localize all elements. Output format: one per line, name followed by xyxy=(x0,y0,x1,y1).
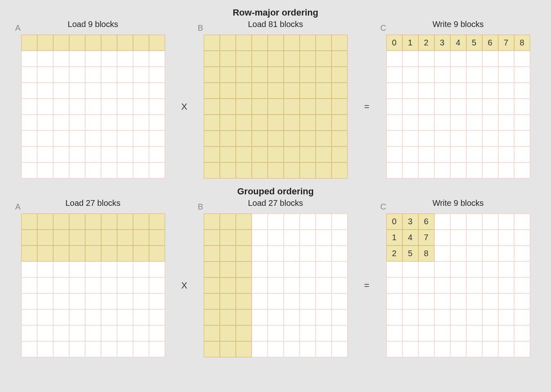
panel-row-major-b: B Load 81 blocks xyxy=(198,20,353,179)
grid-cell xyxy=(101,131,117,146)
grid-cell xyxy=(300,67,316,83)
grid-cell xyxy=(316,99,332,115)
grid-cell xyxy=(402,261,418,277)
grid-cell xyxy=(498,293,514,309)
grid-cell xyxy=(332,162,348,178)
grid-cell: 1 xyxy=(402,35,418,51)
grid-cell xyxy=(498,261,514,277)
grid-cell xyxy=(149,131,165,146)
grid-cell xyxy=(69,83,85,99)
grid-cell xyxy=(236,115,252,131)
grid-cell xyxy=(117,35,133,51)
grid-cell: 2 xyxy=(386,246,402,261)
grid-cell xyxy=(386,162,402,178)
grid-cell xyxy=(450,131,466,146)
grid-cell xyxy=(332,35,348,51)
grid-cell xyxy=(236,246,252,261)
grid-cell: 8 xyxy=(418,246,434,261)
grid-cell xyxy=(402,67,418,83)
grid-cell xyxy=(268,131,284,146)
grid-cell xyxy=(133,293,149,309)
grid-cell xyxy=(85,35,101,51)
grid-cell xyxy=(69,214,85,230)
grid-cell xyxy=(434,51,450,67)
grid-cell xyxy=(21,146,37,162)
grid-cell xyxy=(316,131,332,146)
grid-cell xyxy=(21,67,37,83)
grid-cell xyxy=(450,277,466,293)
grid-cell xyxy=(386,341,402,357)
grid-cell xyxy=(300,35,316,51)
grid-cell xyxy=(69,35,85,51)
grid-cell xyxy=(69,67,85,83)
grid-cell xyxy=(236,214,252,230)
grid-cell xyxy=(332,214,348,230)
grid-cell xyxy=(434,131,450,146)
grid-cell xyxy=(450,230,466,246)
grid-cell xyxy=(101,83,117,99)
grid-cell xyxy=(332,246,348,261)
grid-cell xyxy=(450,146,466,162)
grid-cell xyxy=(316,341,332,357)
grid-cell xyxy=(117,341,133,357)
grid-cell xyxy=(482,341,498,357)
grid-cell: 5 xyxy=(402,246,418,261)
grid-cell xyxy=(332,341,348,357)
panel-row-major-a: A Load 9 blocks xyxy=(15,20,171,179)
grid-cell xyxy=(101,246,117,261)
grid-cell: 3 xyxy=(402,214,418,230)
grid-cell xyxy=(37,261,53,277)
grid-cell xyxy=(149,67,165,83)
grid-cell xyxy=(220,325,236,341)
matrix-letter-c: C xyxy=(380,202,386,212)
grid-cell xyxy=(37,230,53,246)
grid-cell xyxy=(482,325,498,341)
grid-cell xyxy=(236,35,252,51)
grid-cell xyxy=(300,261,316,277)
grid-cell xyxy=(482,309,498,325)
grid-cell xyxy=(133,131,149,146)
grid-cell xyxy=(133,246,149,261)
grid-cell xyxy=(450,67,466,83)
grid-cell xyxy=(300,131,316,146)
grid-cell xyxy=(133,261,149,277)
grid-cell xyxy=(514,293,530,309)
grid-cell xyxy=(37,277,53,293)
matrix-letter-a: A xyxy=(15,23,20,33)
grid-cell xyxy=(69,293,85,309)
grid-cell xyxy=(514,214,530,230)
grid-cell xyxy=(482,51,498,67)
grid-cell xyxy=(434,115,450,131)
grid-cell xyxy=(268,230,284,246)
grid-cell xyxy=(204,99,220,115)
grid-cell xyxy=(466,230,482,246)
grid-cell xyxy=(300,146,316,162)
grid-cell: 0 xyxy=(386,214,402,230)
grid-cell: 6 xyxy=(418,214,434,230)
grid-cell xyxy=(69,131,85,146)
grid-cell xyxy=(482,83,498,99)
grid-cell xyxy=(418,261,434,277)
grid-cell xyxy=(220,309,236,325)
grid-cell xyxy=(316,162,332,178)
caption-row-major-a: Load 9 blocks xyxy=(15,20,171,29)
grid-cell xyxy=(450,214,466,230)
grid-cell xyxy=(300,51,316,67)
grid-cell xyxy=(316,83,332,99)
grid-cell xyxy=(498,214,514,230)
grid-cell xyxy=(149,83,165,99)
grid-cell xyxy=(268,51,284,67)
grid-cell xyxy=(149,246,165,261)
grid-cell xyxy=(220,293,236,309)
grid-cell xyxy=(466,214,482,230)
grid-cell xyxy=(498,51,514,67)
grid-cell xyxy=(53,35,69,51)
grid-cell xyxy=(402,115,418,131)
panel-row-major-c: C Write 9 blocks 012345678 xyxy=(380,20,536,179)
grid-cell xyxy=(21,131,37,146)
grid-cell xyxy=(268,83,284,99)
grid-cell xyxy=(300,277,316,293)
times-operator: X xyxy=(178,266,190,291)
grid-cell xyxy=(268,146,284,162)
grid-cell xyxy=(498,246,514,261)
